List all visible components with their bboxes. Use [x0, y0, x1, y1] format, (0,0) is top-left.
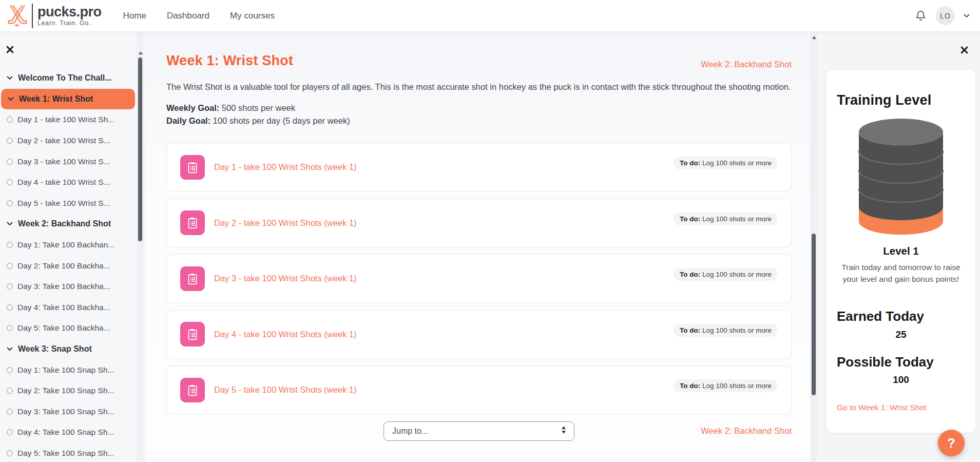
activity-status-circle-icon	[7, 409, 13, 415]
blocks-drawer: Training Level Level 1 Train today and t…	[817, 32, 980, 462]
possible-today-label: Possible Today	[837, 354, 975, 370]
earned-today-label: Earned Today	[837, 309, 975, 324]
next-section-link-bottom[interactable]: Week 2: Backhand Shot	[701, 426, 792, 436]
activity-status-circle-icon	[7, 138, 13, 144]
main-scrollbar-up-arrow[interactable]	[812, 36, 816, 39]
go-to-section-link[interactable]: Go to Week 1: Wrist Shot	[837, 403, 975, 412]
goals-block: Weekly Goal: 500 shots per week Daily Go…	[166, 102, 792, 127]
assignment-clipboard-icon[interactable]	[180, 378, 205, 402]
left-scrollbar-thumb[interactable]	[138, 57, 142, 241]
index-item-label: Day 2 - take 100 Wrist S...	[17, 136, 110, 145]
next-section-link-top[interactable]: Week 2: Backhand Shot	[701, 60, 792, 69]
index-item-label: Day 3 - take 100 Wrist S...	[17, 157, 110, 166]
course-index-item[interactable]: Day 1: Take 100 Backhan...	[0, 235, 135, 256]
activity-status-circle-icon	[7, 242, 13, 248]
course-index-item[interactable]: Day 1 - take 100 Wrist Sh...	[0, 109, 135, 130]
chevron-down-icon	[6, 347, 13, 351]
course-index-item[interactable]: Day 4: Take 100 Snap Sh...	[0, 422, 135, 443]
close-drawer-icon[interactable]	[6, 46, 14, 54]
activity-link[interactable]: Day 1 - take 100 Wrist Shots (week 1)	[214, 162, 357, 172]
activity-link[interactable]: Day 3 - take 100 Wrist Shots (week 1)	[214, 274, 357, 283]
course-index-item[interactable]: Day 2: Take 100 Snap Sh...	[0, 380, 135, 401]
navbar-right: LO	[914, 6, 980, 25]
level-value: Level 1	[827, 245, 975, 257]
activity-status-circle-icon	[7, 159, 13, 165]
activity-link[interactable]: Day 4 - take 100 Wrist Shots (week 1)	[214, 330, 357, 339]
todo-badge: To do: Log 100 shots or more	[674, 324, 778, 337]
assignment-clipboard-icon[interactable]	[180, 266, 205, 291]
nav-link[interactable]: Home	[123, 11, 146, 21]
nav-link[interactable]: Dashboard	[167, 11, 209, 21]
course-index-item[interactable]: Week 3: Snap Shot	[0, 339, 135, 360]
index-item-label: Day 4 - take 100 Wrist S...	[17, 178, 110, 187]
activity-status-circle-icon	[7, 263, 13, 269]
course-index-item[interactable]: Week 1: Wrist Shot	[1, 89, 135, 110]
main-scrollbar-thumb[interactable]	[812, 234, 816, 395]
activity-status-circle-icon	[7, 450, 13, 456]
activity-card: Day 4 - take 100 Wrist Shots (week 1) To…	[166, 310, 792, 359]
activity-status-circle-icon	[7, 388, 13, 394]
activity-card: Day 2 - take 100 Wrist Shots (week 1) To…	[166, 199, 792, 247]
course-index-drawer: Welcome To The Chall... Week 1: Wrist Sh…	[0, 32, 146, 462]
activity-card: Day 3 - take 100 Wrist Shots (week 1) To…	[166, 254, 792, 303]
hockey-sticks-icon	[4, 3, 31, 29]
left-scrollbar-up-arrow[interactable]	[139, 51, 143, 54]
course-index-item[interactable]: Day 2 - take 100 Wrist S...	[0, 130, 135, 151]
activity-status-circle-icon	[7, 179, 13, 185]
activity-card: Day 5 - take 100 Wrist Shots (week 1) To…	[166, 365, 792, 414]
brand-name: pucks.pro	[37, 5, 102, 19]
todo-badge: To do: Log 100 shots or more	[674, 268, 778, 281]
level-hint: Train today and tomorrow to raise your l…	[834, 261, 968, 285]
activity-card: Day 1 - take 100 Wrist Shots (week 1) To…	[166, 143, 792, 191]
course-index-item[interactable]: Day 5: Take 100 Backha...	[0, 318, 135, 339]
todo-badge: To do: Log 100 shots or more	[674, 379, 778, 392]
activity-status-circle-icon	[7, 117, 13, 123]
index-item-label: Day 3: Take 100 Snap Sh...	[17, 407, 114, 416]
section-footer: Jump to... Week 2: Backhand Shot	[166, 421, 792, 442]
index-item-label: Day 1 - take 100 Wrist Sh...	[17, 115, 114, 124]
brand-logo[interactable]: pucks.pro Learn. Train. Go.	[0, 3, 102, 29]
nav-link[interactable]: My courses	[230, 11, 275, 21]
assignment-clipboard-icon[interactable]	[180, 155, 205, 180]
course-index-item[interactable]: Day 3: Take 100 Snap Sh...	[0, 401, 135, 422]
index-item-label: Week 3: Snap Shot	[18, 344, 92, 354]
jump-to-select[interactable]: Jump to...	[383, 421, 574, 441]
help-button[interactable]: ?	[938, 430, 965, 456]
notifications-bell-icon[interactable]	[914, 9, 927, 23]
close-blocks-drawer-icon[interactable]	[960, 46, 969, 54]
course-index-item[interactable]: Day 2: Take 100 Backha...	[0, 255, 135, 276]
assignment-clipboard-icon[interactable]	[180, 210, 205, 235]
index-item-label: Week 2: Backhand Shot	[18, 219, 111, 228]
index-item-label: Day 4: Take 100 Snap Sh...	[17, 428, 114, 437]
page-title: Week 1: Wrist Shot	[166, 53, 792, 69]
course-index-item[interactable]: Day 4: Take 100 Backha...	[0, 297, 135, 318]
jump-to-value: Jump to...	[392, 427, 428, 436]
activity-link[interactable]: Day 5 - take 100 Wrist Shots (week 1)	[214, 385, 357, 395]
course-index-item[interactable]: Day 5: Take 100 Snap Sh...	[0, 443, 135, 462]
brand-tagline: Learn. Train. Go.	[37, 20, 102, 27]
course-index-item[interactable]: Welcome To The Chall...	[0, 68, 135, 89]
assignment-clipboard-icon[interactable]	[180, 322, 205, 346]
chevron-down-icon	[6, 76, 13, 80]
course-index-list: Welcome To The Chall... Week 1: Wrist Sh…	[0, 68, 135, 462]
top-navbar: pucks.pro Learn. Train. Go. Home Dashboa…	[0, 0, 980, 32]
course-index-item[interactable]: Day 1: Take 100 Snap Sh...	[0, 359, 135, 380]
activity-status-circle-icon	[7, 283, 13, 290]
training-level-title: Training Level	[837, 92, 975, 108]
course-index-item[interactable]: Day 4 - take 100 Wrist S...	[0, 172, 135, 193]
select-updown-icon	[562, 426, 566, 434]
todo-badge: To do: Log 100 shots or more	[674, 157, 778, 169]
course-index-item[interactable]: Day 3: Take 100 Backha...	[0, 276, 135, 297]
user-avatar[interactable]: LO	[936, 6, 955, 25]
user-menu-chevron-down-icon[interactable]	[964, 14, 970, 18]
activity-status-circle-icon	[7, 367, 13, 373]
course-index-item[interactable]: Day 3 - take 100 Wrist S...	[0, 151, 135, 172]
possible-today-value: 100	[827, 374, 975, 386]
course-index-item[interactable]: Week 2: Backhand Shot	[0, 214, 135, 235]
index-item-label: Day 5: Take 100 Snap Sh...	[17, 449, 114, 458]
index-item-label: Day 1: Take 100 Snap Sh...	[17, 365, 114, 375]
activity-status-circle-icon	[7, 304, 13, 311]
training-level-block: Training Level Level 1 Train today and t…	[827, 70, 975, 433]
course-index-item[interactable]: Day 5 - take 100 Wrist S...	[0, 193, 135, 214]
activity-link[interactable]: Day 2 - take 100 Wrist Shots (week 1)	[214, 218, 357, 228]
